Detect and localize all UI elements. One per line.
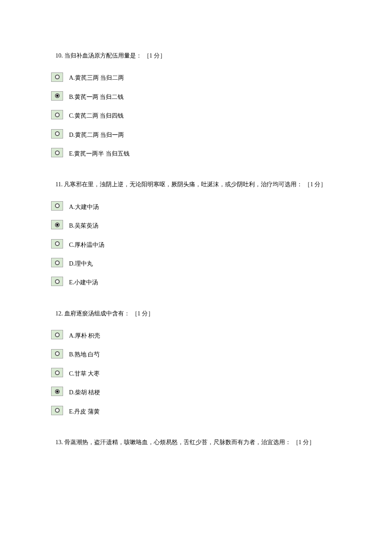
radio-unselected-icon xyxy=(55,150,60,155)
option-row: C.黄芪二两 当归四钱 xyxy=(51,109,341,121)
option-row: A.黄芪三两 当归二两 xyxy=(51,71,341,83)
question-block: 10. 当归补血汤原方配伍用量是： ［1 分］A.黄芪三两 当归二两B.黄芪一两… xyxy=(51,51,341,159)
option-row: B.吴茱萸汤 xyxy=(51,219,341,231)
question-block: 12. 血府逐瘀汤组成中含有： ［1 分］A.厚朴 枳壳B.熟地 白芍C.甘草 … xyxy=(51,309,341,416)
radio-selected-icon xyxy=(55,93,60,98)
option-text: E.黄芪一两半 当归五钱 xyxy=(69,147,130,159)
question-text: 11. 凡寒邪在里，浊阴上逆，无论阳明寒呕，厥阴头痛，吐涎沫，或少阴吐利，治疗均… xyxy=(51,180,341,189)
radio-unselected-icon xyxy=(55,203,60,208)
radio-unselected-icon xyxy=(55,113,60,117)
radio-button[interactable] xyxy=(51,72,63,82)
option-text: D.理中丸 xyxy=(69,257,93,269)
option-row: C.厚朴温中汤 xyxy=(51,238,341,250)
option-row: C.甘草 大枣 xyxy=(51,367,341,379)
radio-selected-icon xyxy=(55,389,60,394)
option-text: E.小建中汤 xyxy=(69,275,98,287)
option-text: B.黄芪一两 当归二钱 xyxy=(69,90,124,102)
radio-unselected-icon xyxy=(55,351,60,356)
radio-button[interactable] xyxy=(51,110,63,119)
question-text: 12. 血府逐瘀汤组成中含有： ［1 分］ xyxy=(51,309,341,318)
option-row: D.理中丸 xyxy=(51,257,341,269)
radio-button[interactable] xyxy=(51,330,63,339)
option-text: C.甘草 大枣 xyxy=(69,367,100,379)
radio-button[interactable] xyxy=(51,148,63,157)
radio-button[interactable] xyxy=(51,406,63,415)
option-row: A.大建中汤 xyxy=(51,200,341,212)
option-text: C.黄芪二两 当归四钱 xyxy=(69,109,124,121)
option-text: C.厚朴温中汤 xyxy=(69,238,104,250)
option-row: D.黄芪二两 当归一两 xyxy=(51,128,341,140)
radio-unselected-icon xyxy=(55,241,60,246)
radio-unselected-icon xyxy=(55,260,60,265)
radio-selected-icon xyxy=(55,223,60,227)
option-text: B.吴茱萸汤 xyxy=(69,219,98,231)
radio-unselected-icon xyxy=(55,332,60,337)
option-row: E.小建中汤 xyxy=(51,275,341,287)
option-text: A.黄芪三两 当归二两 xyxy=(69,71,124,83)
radio-button[interactable] xyxy=(51,91,63,101)
option-text: A.厚朴 枳壳 xyxy=(69,329,100,341)
radio-button[interactable] xyxy=(51,387,63,396)
option-text: E.丹皮 蒲黄 xyxy=(69,405,100,416)
option-text: D.黄芪二两 当归一两 xyxy=(69,128,124,140)
radio-unselected-icon xyxy=(55,279,60,284)
radio-button[interactable] xyxy=(51,349,63,358)
radio-button[interactable] xyxy=(51,201,63,211)
radio-unselected-icon xyxy=(55,408,60,413)
radio-unselected-icon xyxy=(55,131,60,136)
radio-unselected-icon xyxy=(55,75,60,79)
question-text: 13. 骨蒸潮热，盗汗遗精，咳嗽咯血，心烦易怒，舌红少苔，尺脉数而有力者，治宜选… xyxy=(51,438,341,447)
question-block: 13. 骨蒸潮热，盗汗遗精，咳嗽咯血，心烦易怒，舌红少苔，尺脉数而有力者，治宜选… xyxy=(51,438,341,447)
question-block: 11. 凡寒邪在里，浊阴上逆，无论阳明寒呕，厥阴头痛，吐涎沫，或少阴吐利，治疗均… xyxy=(51,180,341,287)
option-row: E.黄芪一两半 当归五钱 xyxy=(51,147,341,159)
option-text: D.柴胡 桔梗 xyxy=(69,385,100,397)
radio-button[interactable] xyxy=(51,277,63,286)
radio-button[interactable] xyxy=(51,220,63,229)
option-text: A.大建中汤 xyxy=(69,200,99,212)
radio-button[interactable] xyxy=(51,368,63,377)
option-row: A.厚朴 枳壳 xyxy=(51,329,341,341)
option-row: B.黄芪一两 当归二钱 xyxy=(51,90,341,102)
option-row: B.熟地 白芍 xyxy=(51,347,341,359)
option-row: E.丹皮 蒲黄 xyxy=(51,405,341,416)
radio-button[interactable] xyxy=(51,129,63,139)
radio-unselected-icon xyxy=(55,370,60,375)
radio-button[interactable] xyxy=(51,258,63,267)
option-row: D.柴胡 桔梗 xyxy=(51,385,341,397)
radio-button[interactable] xyxy=(51,239,63,249)
option-text: B.熟地 白芍 xyxy=(69,347,100,359)
question-text: 10. 当归补血汤原方配伍用量是： ［1 分］ xyxy=(51,51,341,61)
